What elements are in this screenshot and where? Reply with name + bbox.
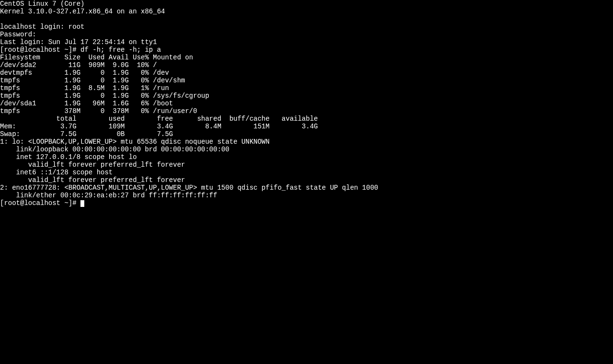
password-label: Password: xyxy=(0,31,36,38)
df-row: tmpfs 378M 0 378M 0% /run/user/0 xyxy=(0,107,197,115)
df-row: /dev/sda2 11G 909M 9.0G 10% / xyxy=(0,61,157,69)
free-header: total used free shared buff/cache availa… xyxy=(0,115,318,123)
ip-line: valid_lft forever preferred_lft forever xyxy=(0,176,185,184)
df-row: /dev/sda1 1.9G 96M 1.6G 6% /boot xyxy=(0,100,173,107)
free-swap: Swap: 7.5G 0B 7.5G xyxy=(0,130,173,138)
login-user: root xyxy=(68,23,85,31)
df-row: devtmpfs 1.9G 0 1.9G 0% /dev xyxy=(0,69,169,77)
df-row: tmpfs 1.9G 0 1.9G 0% /dev/shm xyxy=(0,77,185,84)
ip-line: link/ether 00:0c:29:ea:eb:27 brd ff:ff:f… xyxy=(0,192,217,199)
ip-line: link/loopback 00:00:00:00:00:00 brd 00:0… xyxy=(0,146,229,153)
shell-command: df -h; free -h; ip a xyxy=(80,46,161,54)
banner-line-1: CentOS Linux 7 (Core) xyxy=(0,0,84,8)
cursor-icon xyxy=(80,200,84,207)
login-prompt: localhost login: xyxy=(0,23,68,31)
last-login: Last login: Sun Jul 17 22:54:14 on tty1 xyxy=(0,38,157,46)
ip-line: inet6 ::1/128 scope host xyxy=(0,169,117,176)
df-row: tmpfs 1.9G 8.5M 1.9G 1% /run xyxy=(0,84,169,92)
shell-prompt: [root@localhost ~]# xyxy=(0,46,80,54)
ip-line: 2: eno16777728: <BROADCAST,MULTICAST,UP,… xyxy=(0,184,378,192)
trailing-prompt: [root@localhost ~]# xyxy=(0,199,80,207)
ip-line: inet 127.0.0.1/8 scope host lo xyxy=(0,153,137,161)
df-row: tmpfs 1.9G 0 1.9G 0% /sys/fs/cgroup xyxy=(0,92,209,100)
terminal-screen[interactable]: CentOS Linux 7 (Core) Kernel 3.10.0-327.… xyxy=(0,0,613,207)
ip-line: 1: lo: <LOOPBACK,UP,LOWER_UP> mtu 65536 … xyxy=(0,138,273,146)
banner-line-2: Kernel 3.10.0-327.el7.x86_64 on an x86_6… xyxy=(0,8,165,15)
free-mem: Mem: 3.7G 109M 3.4G 8.4M 151M 3.4G xyxy=(0,123,318,130)
ip-line: valid_lft forever preferred_lft forever xyxy=(0,161,185,169)
df-header: Filesystem Size Used Avail Use% Mounted … xyxy=(0,54,193,61)
